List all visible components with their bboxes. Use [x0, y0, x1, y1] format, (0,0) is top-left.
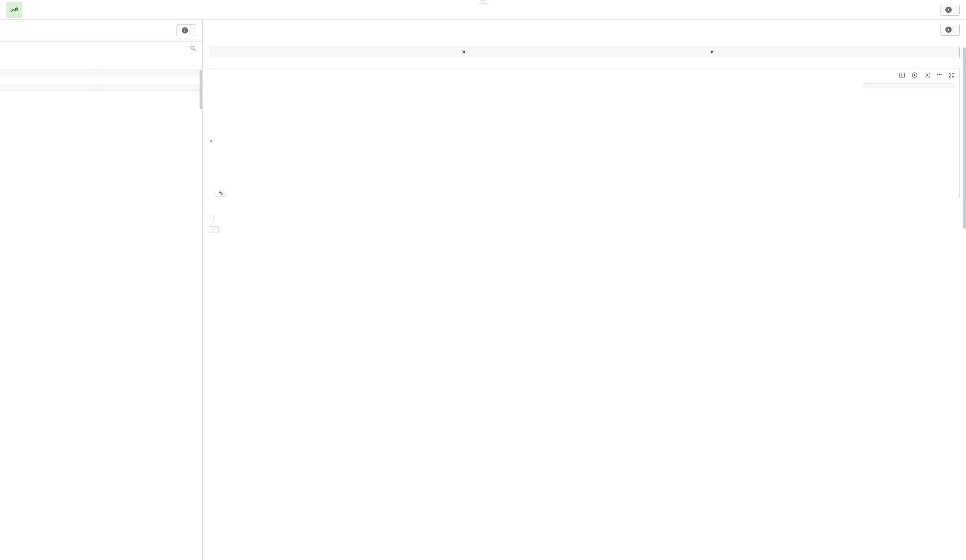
search-icon[interactable]: [190, 45, 196, 52]
panel-toggle-icon[interactable]: [899, 72, 905, 79]
code-chip: [209, 226, 214, 233]
show-more[interactable]: [6, 55, 196, 61]
fullscreen-focus-icon[interactable]: [924, 72, 930, 79]
relative-time-label[interactable]: [214, 190, 226, 196]
col-flight-number-2[interactable]: [0, 84, 97, 90]
gear-icon: [219, 191, 223, 195]
col-flight-number[interactable]: [0, 69, 97, 76]
svg-rect-3: [900, 73, 905, 77]
svg-point-6: [927, 75, 928, 76]
clear-icon[interactable]: ✕: [462, 49, 707, 55]
info-icon: i: [182, 27, 188, 34]
code-chip: [214, 226, 219, 233]
sensor-select[interactable]: ✕ ▾: [209, 46, 960, 58]
col-departure[interactable]: [97, 69, 202, 76]
code-chip: [209, 215, 214, 221]
legend-header: [864, 84, 953, 87]
info-icon: i: [945, 7, 952, 13]
scrollbar-thumb[interactable]: [200, 85, 202, 109]
help-button[interactable]: i: [940, 4, 960, 16]
info-icon: i: [945, 26, 952, 33]
svg-line-2: [194, 49, 196, 51]
learn-more-button[interactable]: i: [940, 24, 960, 36]
whats-next-p2: [209, 225, 960, 233]
app-logo: [6, 2, 22, 18]
collapse-axis-icon[interactable]: ◂: [209, 138, 212, 144]
expand-icon[interactable]: [948, 72, 955, 79]
learn-about-module-button[interactable]: i: [176, 25, 196, 36]
download-icon[interactable]: [912, 72, 918, 79]
window-drag-handle[interactable]: [477, 0, 489, 3]
whats-next-p1: [209, 214, 960, 222]
chevron-down-icon[interactable]: ▾: [711, 49, 956, 55]
col-departure-2[interactable]: [97, 84, 202, 90]
svg-point-1: [191, 46, 194, 49]
scrollbar-thumb[interactable]: [963, 47, 966, 229]
plots-legend: [864, 84, 954, 87]
more-icon[interactable]: •••: [936, 72, 942, 79]
